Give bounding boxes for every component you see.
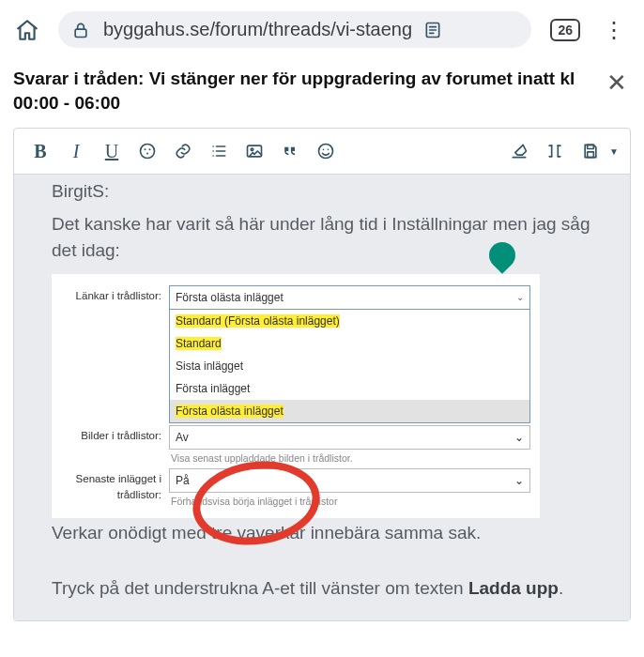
svg-point-19	[328, 149, 330, 151]
links-select: Första olästa inlägget⌄	[169, 285, 530, 310]
editor-toolbar: B I U ▼	[14, 129, 630, 175]
reader-mode-icon[interactable]	[423, 20, 444, 40]
color-button[interactable]	[132, 136, 162, 166]
setting-label-links: Länkar i trådlistor:	[61, 285, 169, 304]
home-icon[interactable]	[15, 18, 39, 42]
embedded-screenshot: Länkar i trådlistor: Första olästa inläg…	[52, 274, 604, 519]
link-button[interactable]	[168, 136, 198, 166]
url-bar[interactable]: byggahus.se/forum/threads/vi-staeng	[58, 11, 531, 48]
save-button[interactable]	[575, 136, 606, 166]
svg-point-6	[145, 149, 146, 151]
tabs-count-badge[interactable]: 26	[550, 19, 580, 41]
svg-point-10	[212, 150, 214, 152]
browser-address-bar: byggahus.se/forum/threads/vi-staeng 26 ⋮	[0, 0, 644, 59]
close-icon[interactable]: ✕	[603, 67, 631, 99]
code-button[interactable]	[540, 136, 570, 166]
latest-select: På⌄	[169, 468, 530, 493]
svg-point-7	[149, 149, 151, 151]
images-select: Av⌄	[169, 425, 530, 450]
lock-icon	[71, 20, 92, 40]
overflow-menu-icon[interactable]: ⋮	[599, 17, 629, 43]
bold-button[interactable]: B	[25, 136, 55, 166]
links-dropdown: Standard (Första olästa inlägget) Standa…	[169, 310, 530, 423]
svg-rect-0	[75, 29, 86, 37]
reply-title: Svarar i tråden: Vi stänger ner för uppg…	[13, 67, 591, 115]
setting-label-latest: Senaste inlägget itrådlistor:	[61, 468, 169, 504]
svg-point-16	[251, 148, 253, 151]
setting-label-images: Bilder i trådlistor:	[61, 425, 169, 444]
paragraph-1: Det kanske har varit så här under lång t…	[52, 211, 604, 265]
svg-rect-21	[588, 145, 594, 149]
erase-button[interactable]	[504, 136, 534, 166]
svg-rect-22	[588, 152, 594, 158]
svg-point-11	[212, 155, 214, 157]
url-text: byggahus.se/forum/threads/vi-staeng	[103, 19, 412, 40]
emoji-button[interactable]	[311, 136, 341, 166]
svg-point-18	[323, 149, 325, 151]
underline-button[interactable]: U	[97, 136, 127, 166]
paragraph-2: Verkar onödigt med tre vaverkar innebära…	[52, 520, 604, 547]
quote-button[interactable]	[275, 136, 305, 166]
chevron-down-icon: ⌄	[514, 472, 524, 489]
chevron-down-icon: ⌄	[514, 429, 524, 446]
chevron-down-icon: ⌄	[516, 290, 524, 304]
editor-content[interactable]: BirgitS: Det kanske har varit så här und…	[14, 175, 630, 620]
quoted-username: BirgitS:	[52, 175, 604, 206]
reply-header: Svarar i tråden: Vi stänger ner för uppg…	[0, 59, 644, 128]
svg-point-5	[141, 145, 155, 159]
image-button[interactable]	[239, 136, 269, 166]
chevron-down-icon[interactable]: ▼	[609, 146, 619, 157]
svg-point-9	[212, 145, 214, 147]
paragraph-3: Tryck på det understrukna A-et till väns…	[52, 575, 604, 603]
italic-button[interactable]: I	[61, 136, 91, 166]
list-button[interactable]	[204, 136, 234, 166]
editor-card: B I U ▼ BirgitS:	[13, 128, 631, 621]
svg-point-8	[146, 153, 148, 155]
svg-point-17	[319, 145, 333, 159]
